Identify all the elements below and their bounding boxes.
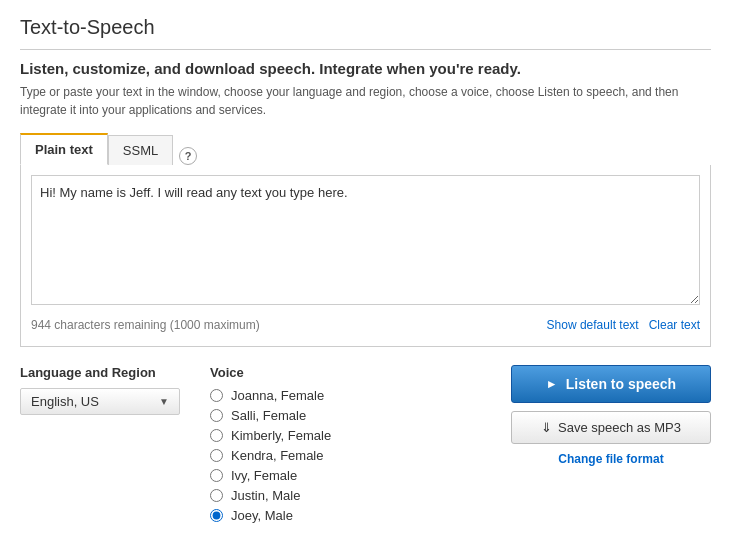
list-item: Joey, Male [210, 508, 370, 523]
voice-radio-salli[interactable] [210, 409, 223, 422]
voice-name: Joanna, Female [231, 388, 324, 403]
description: Type or paste your text in the window, c… [20, 83, 711, 119]
language-selected-value: English, US [31, 394, 99, 409]
show-default-text-link[interactable]: Show default text [547, 318, 639, 332]
list-item: Kendra, Female [210, 448, 370, 463]
language-select[interactable]: English, US ▼ [20, 388, 180, 415]
clear-text-link[interactable]: Clear text [649, 318, 700, 332]
voice-radio-kimberly[interactable] [210, 429, 223, 442]
listen-to-speech-button[interactable]: ► Listen to speech [511, 365, 711, 403]
voice-name: Ivy, Female [231, 468, 297, 483]
listen-button-label: Listen to speech [566, 376, 676, 392]
save-speech-button[interactable]: ⇓ Save speech as MP3 [511, 411, 711, 444]
list-item: Ivy, Female [210, 468, 370, 483]
voice-radio-ivy[interactable] [210, 469, 223, 482]
voice-radio-kendra[interactable] [210, 449, 223, 462]
voice-list: Joanna, Female Salli, Female Kimberly, F… [210, 388, 370, 523]
play-icon: ► [546, 377, 558, 391]
page-title: Text-to-Speech [20, 16, 711, 50]
voice-radio-joanna[interactable] [210, 389, 223, 402]
help-icon[interactable]: ? [179, 147, 197, 165]
voice-name: Kendra, Female [231, 448, 324, 463]
actions-section: ► Listen to speech ⇓ Save speech as MP3 … [511, 365, 711, 466]
list-item: Joanna, Female [210, 388, 370, 403]
list-item: Justin, Male [210, 488, 370, 503]
chevron-down-icon: ▼ [159, 396, 169, 407]
list-item: Salli, Female [210, 408, 370, 423]
voice-section: Voice Joanna, Female Salli, Female Kimbe… [210, 365, 370, 528]
voice-name: Kimberly, Female [231, 428, 331, 443]
voice-name: Justin, Male [231, 488, 300, 503]
voice-radio-joey[interactable] [210, 509, 223, 522]
text-actions: Show default text Clear text [547, 318, 700, 332]
download-icon: ⇓ [541, 420, 552, 435]
char-count: 944 characters remaining (1000 maximum) [31, 318, 260, 332]
tabs-wrapper: Plain text SSML ? [20, 133, 711, 165]
change-file-format-link[interactable]: Change file format [511, 452, 711, 466]
tab-ssml[interactable]: SSML [108, 135, 173, 165]
textarea-footer: 944 characters remaining (1000 maximum) … [31, 314, 700, 336]
voice-name: Joey, Male [231, 508, 293, 523]
bottom-section: Language and Region English, US ▼ Voice … [20, 365, 711, 528]
list-item: Kimberly, Female [210, 428, 370, 443]
subtitle: Listen, customize, and download speech. … [20, 60, 711, 77]
voice-name: Salli, Female [231, 408, 306, 423]
text-area-container: 944 characters remaining (1000 maximum) … [20, 165, 711, 347]
text-input[interactable] [31, 175, 700, 305]
language-region-label: Language and Region [20, 365, 180, 380]
voice-label: Voice [210, 365, 370, 380]
voice-radio-justin[interactable] [210, 489, 223, 502]
language-region-section: Language and Region English, US ▼ [20, 365, 180, 415]
save-button-label: Save speech as MP3 [558, 420, 681, 435]
tab-plain-text[interactable]: Plain text [20, 133, 108, 165]
